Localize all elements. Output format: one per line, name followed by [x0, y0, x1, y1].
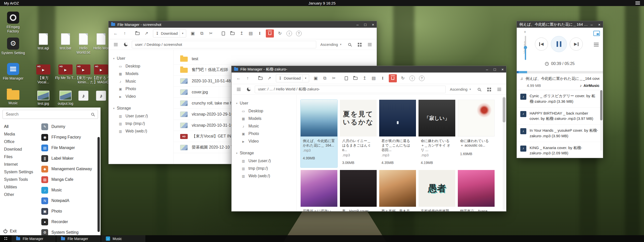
- app-list-item[interactable]: ● Recorder: [38, 217, 101, 227]
- sidebar-item[interactable]: Desktop: [232, 107, 296, 115]
- player-progress-bar[interactable]: [517, 71, 603, 73]
- scrollbar[interactable]: [98, 137, 100, 232]
- playlist-menu-icon[interactable]: [594, 43, 599, 43]
- cut-button[interactable]: ✂: [330, 74, 338, 82]
- path-input[interactable]: user: / ... / Hello World / 柘榴-zakuro-: [255, 86, 446, 93]
- sidebar-item[interactable]: Music: [232, 122, 296, 130]
- window-titlebar[interactable]: 例えば、今此処に置かれた花に＿164 c... – ×: [517, 21, 603, 28]
- exit-button[interactable]: Exit: [4, 229, 17, 233]
- app-list-item[interactable]: ▤ File Manager: [38, 143, 101, 153]
- app-list-item[interactable]: ||| Label Maker: [38, 153, 101, 164]
- help-button[interactable]: ?: [296, 31, 302, 36]
- airmusic-badge[interactable]: ♪ AirMusic: [580, 83, 599, 88]
- app-list-item[interactable]: ▨ Manga Cafe: [38, 174, 101, 185]
- rename-button[interactable]: I: [379, 74, 387, 82]
- category-item[interactable]: All: [4, 123, 38, 130]
- dark-mode-toggle[interactable]: [122, 41, 130, 49]
- volume-thumb[interactable]: [524, 46, 527, 49]
- file-tile[interactable]: 君が夜の海に還る まで＿こんにちは 谷田... .mp3 4.35MB: [379, 100, 416, 167]
- pause-button[interactable]: [551, 36, 567, 52]
- search-button[interactable]: [475, 85, 483, 93]
- sort-dropdown[interactable]: Ascending ▾: [450, 87, 471, 91]
- list-view-button[interactable]: [366, 41, 374, 49]
- close-button[interactable]: ×: [501, 67, 504, 72]
- file-row[interactable]: test: [174, 53, 377, 64]
- sidebar-item[interactable]: Music: [109, 78, 173, 85]
- volume-slider[interactable]: + Volume: [520, 30, 532, 65]
- back-button[interactable]: ←: [235, 74, 243, 82]
- category-item[interactable]: Other: [4, 191, 38, 198]
- up-button[interactable]: ↑: [244, 74, 252, 82]
- open-folder-button[interactable]: [256, 74, 264, 82]
- desktop-icon-system-setting[interactable]: ⚙ System Setting: [1, 38, 25, 55]
- previous-track-button[interactable]: ◀: [535, 38, 548, 51]
- sidebar-item[interactable]: Models: [109, 70, 173, 78]
- sidebar-item[interactable]: User (user:/): [109, 112, 173, 120]
- app-list-item[interactable]: N NotepadA: [38, 195, 101, 206]
- minimize-button[interactable]: –: [486, 67, 488, 72]
- app-launcher-button[interactable]: [0, 235, 12, 242]
- sidebar-item[interactable]: tmp (tmp:/): [109, 120, 173, 127]
- refresh-button[interactable]: ↻: [276, 29, 284, 38]
- category-item[interactable]: Download: [4, 146, 38, 153]
- share-button[interactable]: ↗: [265, 74, 273, 82]
- menu-icon[interactable]: [635, 2, 640, 2]
- upload-button[interactable]: ↥: [238, 29, 246, 38]
- sidebar-section-user[interactable]: ▾ User: [232, 99, 296, 107]
- download-button[interactable]: ↧ Download ▾: [153, 29, 186, 38]
- app-list-item[interactable]: ▣ Photo: [38, 206, 101, 217]
- category-item[interactable]: Utilities: [4, 183, 38, 191]
- category-item[interactable]: Files: [4, 153, 38, 161]
- rename-button[interactable]: I: [256, 29, 264, 38]
- new-folder-button[interactable]: [351, 74, 360, 82]
- file-tile[interactable]: 例えば、今此処に置かれた花に＿ 164... .mp3 4.99MB: [301, 100, 337, 167]
- info-button[interactable]: i: [286, 31, 292, 36]
- sidebar-item[interactable]: Web (web:/): [232, 172, 296, 180]
- app-list-item[interactable]: ⚙ System Setting: [38, 227, 101, 235]
- sort-dropdown[interactable]: Ascending ▾: [320, 42, 341, 47]
- sidebar-item[interactable]: Desktop: [109, 62, 173, 70]
- brand-label[interactable]: My ArOZ: [4, 1, 19, 5]
- file-tile[interactable]: 四季折々に揺蕩いて...: [301, 170, 337, 211]
- app-list-item[interactable]: ◆ Management Gateway: [38, 164, 101, 174]
- playlist-item[interactable]: ♪ KING _ Kanaria cover. by 柘榴-zakuro-.mp…: [517, 142, 603, 158]
- maximize-button[interactable]: □: [364, 22, 366, 27]
- minimize-button[interactable]: –: [591, 22, 593, 27]
- cut-button[interactable]: ✂: [207, 29, 215, 38]
- chevron-down-icon[interactable]: ▾: [180, 30, 185, 37]
- category-item[interactable]: Internet: [4, 161, 38, 168]
- sidebar-section-user[interactable]: ▾ User: [109, 54, 173, 62]
- app-list-item[interactable]: ✎ Dummy: [38, 121, 101, 132]
- taskbar-task[interactable]: Music: [101, 235, 145, 242]
- view-toggle-button[interactable]: [235, 85, 243, 93]
- grid-view-button[interactable]: [356, 41, 364, 49]
- copy-button[interactable]: ⧉: [321, 74, 329, 82]
- sidebar-item[interactable]: Video: [109, 93, 173, 100]
- taskbar-task[interactable]: File Manager: [12, 235, 56, 242]
- desktop-file[interactable]: test.jpg: [33, 91, 54, 106]
- refresh-button[interactable]: ↻: [399, 74, 407, 82]
- category-item[interactable]: Office: [4, 138, 38, 146]
- delete-button[interactable]: [266, 29, 274, 38]
- path-input[interactable]: user: / Desktop / screenshot: [132, 41, 316, 48]
- category-item[interactable]: Media: [4, 130, 38, 138]
- new-file-button[interactable]: [342, 74, 350, 82]
- app-list-item[interactable]: ◉ FFmpeg Factory: [38, 132, 101, 143]
- scrollbar-thumb[interactable]: [600, 90, 602, 120]
- file-tile[interactable]: 「寂しい」 命に嫌われている ＋＿カンザキイ オリ ... .mp3 4.19M…: [418, 100, 455, 167]
- next-track-button[interactable]: ▶: [570, 38, 583, 51]
- file-tile[interactable]: 命に嫌われている ＋ acoustic co... 1.69MB: [458, 100, 495, 167]
- properties-button[interactable]: ▤: [370, 74, 378, 82]
- window-titlebar[interactable]: File Manager - 柘榴-zakuro- – □ ×: [232, 66, 506, 73]
- paste-button[interactable]: ▣: [312, 74, 320, 82]
- sidebar-item[interactable]: User (user:/): [232, 157, 296, 165]
- download-button[interactable]: ↧ Download ▾: [276, 74, 309, 82]
- delete-button[interactable]: [389, 74, 397, 82]
- info-button[interactable]: i: [409, 76, 415, 81]
- file-tile[interactable]: 毒＿HamP cover...: [340, 170, 377, 211]
- sidebar-item[interactable]: Web (web:/): [109, 127, 173, 135]
- close-button[interactable]: ×: [598, 22, 600, 27]
- file-tile[interactable]: 幽霊東京＿Ayase...: [458, 170, 495, 211]
- desktop-icon-music[interactable]: Music: [1, 88, 25, 105]
- maximize-button[interactable]: □: [494, 67, 496, 72]
